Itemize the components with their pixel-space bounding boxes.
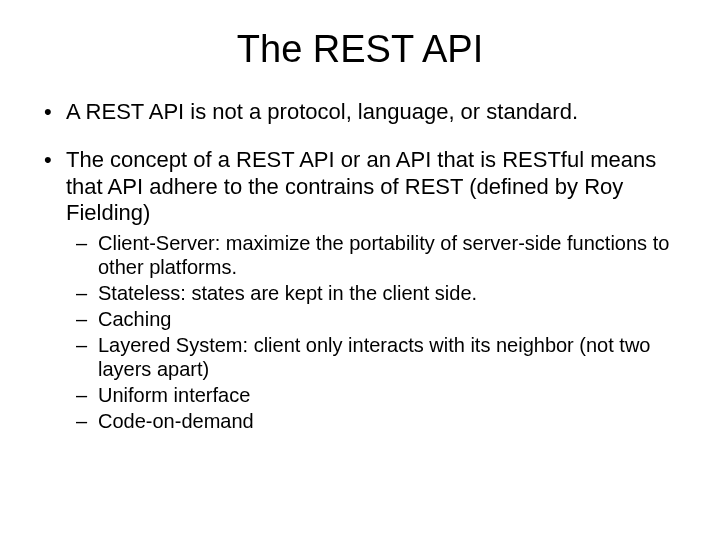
sub-bullet-item: Code-on-demand [98, 409, 680, 433]
sub-bullet-item: Layered System: client only interacts wi… [98, 333, 680, 381]
sub-bullet-item: Client-Server: maximize the portability … [98, 231, 680, 279]
bullet-text: A REST API is not a protocol, language, … [66, 99, 578, 124]
sub-bullet-list: Client-Server: maximize the portability … [66, 231, 680, 433]
sub-bullet-item: Uniform interface [98, 383, 680, 407]
sub-bullet-item: Caching [98, 307, 680, 331]
slide-title: The REST API [40, 28, 680, 71]
bullet-list: A REST API is not a protocol, language, … [40, 99, 680, 433]
bullet-text: The concept of a REST API or an API that… [66, 147, 656, 225]
slide: The REST API A REST API is not a protoco… [0, 0, 720, 540]
sub-bullet-item: Stateless: states are kept in the client… [98, 281, 680, 305]
bullet-item: The concept of a REST API or an API that… [66, 147, 680, 432]
bullet-item: A REST API is not a protocol, language, … [66, 99, 680, 125]
